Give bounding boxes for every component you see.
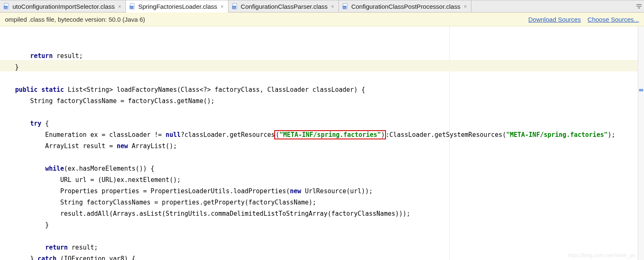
svg-text:01: 01 <box>4 6 7 9</box>
highlighted-string-box: ("META-INF/spring.factories") <box>274 130 386 139</box>
download-sources-link[interactable]: Download Sources <box>529 16 581 23</box>
close-icon[interactable]: × <box>463 3 468 10</box>
svg-rect-13 <box>636 6 641 7</box>
tab-auto-config-import-selector[interactable]: 01 utoConfigurationImportSelector.class … <box>0 0 126 12</box>
tab-label: ConfigurationClassPostProcessor.class <box>351 3 461 10</box>
class-file-icon: 01 <box>3 3 10 10</box>
svg-text:01: 01 <box>233 6 236 9</box>
tab-configuration-class-post-processor[interactable]: 01 ConfigurationClassPostProcessor.class… <box>339 0 471 12</box>
class-file-icon: 01 <box>129 3 136 10</box>
code-editor[interactable]: return result; } public static List<Stri… <box>0 26 644 260</box>
svg-rect-12 <box>636 4 641 5</box>
class-file-icon: 01 <box>342 3 349 10</box>
svg-text:01: 01 <box>130 6 133 9</box>
code-content: return result; } public static List<Stri… <box>0 26 644 260</box>
tab-label: SpringFactoriesLoader.class <box>138 3 217 10</box>
tab-label: utoConfigurationImportSelector.class <box>13 3 115 10</box>
choose-sources-link[interactable]: Choose Sources... <box>588 16 639 23</box>
close-icon[interactable]: × <box>117 3 122 10</box>
tabs-overflow-icon[interactable] <box>634 0 644 12</box>
tab-bar: 01 utoConfigurationImportSelector.class … <box>0 0 644 13</box>
tab-spring-factories-loader[interactable]: 01 SpringFactoriesLoader.class × <box>126 0 228 13</box>
class-file-icon: 01 <box>232 3 238 10</box>
banner-message: ompiled .class file, bytecode version: 5… <box>5 16 145 23</box>
svg-text:01: 01 <box>343 6 346 9</box>
close-icon[interactable]: × <box>220 3 225 10</box>
marker[interactable] <box>639 89 643 91</box>
watermark: https://blog.csdn.net/Annie_ya <box>568 252 635 258</box>
close-icon[interactable]: × <box>330 3 335 10</box>
tab-configuration-class-parser[interactable]: 01 ConfigurationClassParser.class × <box>228 0 339 12</box>
overview-ruler[interactable] <box>638 26 644 260</box>
banner-links: Download Sources Choose Sources... <box>524 16 639 23</box>
tab-label: ConfigurationClassParser.class <box>241 3 328 10</box>
svg-marker-14 <box>638 8 640 9</box>
decompiled-banner: ompiled .class file, bytecode version: 5… <box>0 13 644 26</box>
